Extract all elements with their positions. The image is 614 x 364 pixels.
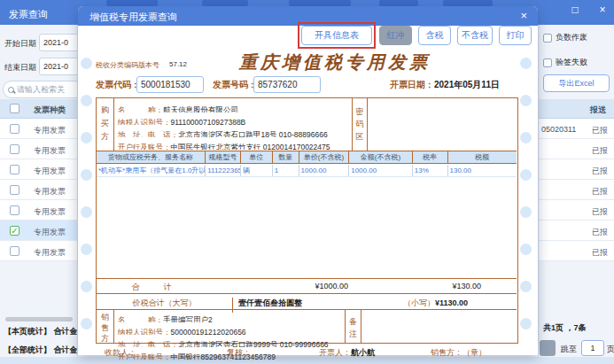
row-checkbox[interactable] bbox=[10, 165, 19, 174]
invoice-date-value: 2021年05月11日 bbox=[434, 80, 500, 89]
toolbar-fragment bbox=[289, 0, 351, 6]
row-checkbox[interactable]: ✓ bbox=[10, 226, 19, 236]
invoice-list-row[interactable]: ✓专用发票 bbox=[0, 221, 78, 241]
report-status-cell: 已报 bbox=[592, 186, 608, 197]
invoice-type-cell: 专用发票 bbox=[34, 125, 66, 136]
report-row[interactable]: 已报 bbox=[539, 241, 614, 261]
start-date-label: 开始日期 bbox=[4, 38, 36, 50]
report-row[interactable]: 已报 bbox=[539, 159, 614, 180]
invoice-code-value[interactable]: 5000181530 bbox=[136, 76, 204, 93]
tax-code-version-label: 税收分类编码版本号 bbox=[96, 60, 159, 70]
invoice-list-row[interactable]: 专用发票 bbox=[0, 119, 78, 139]
invoice-list-row[interactable]: 专用发票 bbox=[0, 241, 78, 261]
report-column-header: 报送 bbox=[539, 99, 614, 119]
goods-data-cell: 辆 bbox=[241, 165, 273, 176]
goods-header-cell: 数量 bbox=[273, 151, 299, 163]
end-date-input[interactable]: 2021-0 bbox=[39, 58, 78, 75]
goods-header-cell: 税额 bbox=[448, 151, 517, 163]
buyer-fields: 名 称：航天信息股份有限公司纳税人识别号：91110000710927388B地… bbox=[114, 100, 352, 150]
invoice-list: 专用发票专用发票专用发票专用发票专用发票✓专用发票专用发票 bbox=[0, 119, 78, 262]
goods-data-cell: 111222365 bbox=[206, 165, 241, 176]
horizontal-scrollbar[interactable] bbox=[5, 317, 73, 321]
seller-field-label: 地 址、电 话： bbox=[114, 340, 178, 347]
invoice-body: 购买方 名 称：航天信息股份有限公司纳税人识别号：911100007109273… bbox=[96, 97, 518, 344]
select-all-checkbox[interactable] bbox=[10, 104, 19, 113]
jump-page-input[interactable]: 1 bbox=[581, 340, 604, 356]
report-row[interactable]: 已报 bbox=[539, 180, 614, 200]
buyer-field-value: 中国民生银行北京紫竹支行 0120014170022475 bbox=[171, 143, 330, 150]
info-form-button[interactable]: 开具信息表 bbox=[301, 26, 372, 45]
page-number-button[interactable] bbox=[540, 340, 556, 356]
invoice-date-label: 开票日期： bbox=[390, 80, 434, 89]
side-panel: 负数作废 验签失败 导出Excel 报送 05020311已报已报已报已报已报已… bbox=[538, 25, 614, 357]
buyer-field-value: 北京市海淀区杏石口路甲18号 010-88896666 bbox=[178, 130, 328, 137]
row-checkbox[interactable] bbox=[10, 124, 19, 134]
row-checkbox[interactable] bbox=[10, 246, 19, 256]
buyer-field-line: 纳税人识别号：91110000710927388B bbox=[114, 112, 352, 125]
report-row[interactable]: 已报 bbox=[539, 139, 614, 159]
buyer-side-label: 购买方 bbox=[97, 98, 114, 151]
report-row[interactable]: 05020311已报 bbox=[539, 119, 614, 139]
payee-label: 收款人： bbox=[105, 347, 136, 359]
drawer-label: 开票人： bbox=[319, 348, 351, 357]
invoice-number-value[interactable]: 85737620 bbox=[253, 76, 321, 93]
print-button[interactable]: 打印 bbox=[499, 26, 532, 45]
invoice-list-row[interactable]: 专用发票 bbox=[0, 159, 78, 180]
search-icon bbox=[8, 87, 14, 93]
invoice-type-cell: 专用发票 bbox=[34, 166, 66, 177]
invoice-number-cell: 05020311 bbox=[541, 125, 576, 134]
report-row[interactable]: 已报 bbox=[539, 200, 614, 221]
red-flush-button[interactable]: 红冲 bbox=[379, 26, 412, 45]
row-checkbox[interactable] bbox=[10, 185, 19, 195]
export-excel-button[interactable]: 导出Excel bbox=[543, 74, 610, 92]
buyer-field-line: 地 址、电 话：北京市海淀区杏石口路甲18号 010-88896666 bbox=[114, 125, 352, 137]
verify-fail-checkbox[interactable]: 验签失败 bbox=[543, 57, 587, 68]
report-status-cell: 已报 bbox=[592, 247, 608, 259]
row-checkbox[interactable] bbox=[10, 144, 19, 154]
report-header-label: 报送 bbox=[590, 105, 606, 116]
app-title: 发票查询 bbox=[9, 8, 48, 21]
seller-field-line: 名 称：手册编写用户2 bbox=[114, 310, 345, 322]
password-area bbox=[368, 98, 517, 151]
invoice-title: 重庆增值税专用发票 bbox=[211, 50, 459, 74]
row-checkbox[interactable] bbox=[10, 205, 19, 215]
invoice-type-cell: 专用发票 bbox=[34, 206, 66, 218]
seller-field-label: 纳税人识别号： bbox=[114, 328, 171, 335]
invoice-number-label: 发票号码： bbox=[213, 79, 257, 91]
buyer-field-label: 名 称： bbox=[114, 105, 163, 112]
dialog-title: 增值税专用发票查询 bbox=[89, 11, 177, 24]
dialog-close-icon[interactable]: × bbox=[520, 9, 527, 22]
negative-void-checkbox[interactable]: 负数作废 bbox=[543, 32, 587, 43]
report-row[interactable]: 已报 bbox=[539, 221, 614, 241]
password-area-label: 密码区 bbox=[352, 98, 368, 151]
report-status-cell: 已报 bbox=[592, 166, 608, 177]
buyer-section: 购买方 名 称：航天信息股份有限公司纳税人识别号：911100007109273… bbox=[97, 98, 517, 151]
drawer-item: 开票人：航小航 bbox=[319, 347, 375, 359]
seal-text: （章） bbox=[462, 348, 486, 357]
small-amount-label: （小写） bbox=[403, 298, 435, 307]
close-window-button[interactable]: × bbox=[595, 4, 610, 16]
grand-total-words: 壹仟壹佰叁拾圆整 bbox=[238, 298, 302, 309]
maximize-button[interactable]: □ bbox=[567, 4, 583, 16]
invoice-list-row[interactable]: 专用发票 bbox=[0, 200, 78, 221]
search-input[interactable]: 请输入检索关 bbox=[3, 81, 78, 98]
tax-included-button[interactable]: 含税 bbox=[418, 26, 451, 45]
seller-seal-item: 销售方：（章） bbox=[431, 347, 486, 359]
invoice-date: 开票日期：2021年05月11日 bbox=[390, 79, 500, 91]
start-date-input[interactable]: 2021-0 bbox=[39, 34, 78, 51]
tax-excluded-button[interactable]: 不含税 bbox=[457, 26, 493, 45]
invoice-list-row[interactable]: 专用发票 bbox=[0, 139, 78, 159]
invoice-type-cell: 专用发票 bbox=[34, 227, 66, 238]
goods-header-cell: 单位 bbox=[241, 151, 273, 163]
buyer-field-value: 航天信息股份有限公司 bbox=[163, 105, 238, 112]
goods-data-cell: 1000.00 bbox=[349, 165, 413, 176]
tax-code-version-value: 57.12 bbox=[169, 60, 187, 68]
reviewer-label: 复核： bbox=[227, 347, 251, 359]
remark-area bbox=[361, 310, 517, 344]
invoice-list-row[interactable]: 专用发票 bbox=[0, 180, 78, 200]
page-summary: 共1页 ，7条 bbox=[543, 322, 587, 334]
edge-dot bbox=[81, 58, 92, 69]
goods-data-cell: 130.00 bbox=[448, 165, 517, 176]
seller-field-value: 500000191212020656 bbox=[171, 328, 246, 335]
seller-field-value: 手册编写用户2 bbox=[163, 315, 213, 322]
